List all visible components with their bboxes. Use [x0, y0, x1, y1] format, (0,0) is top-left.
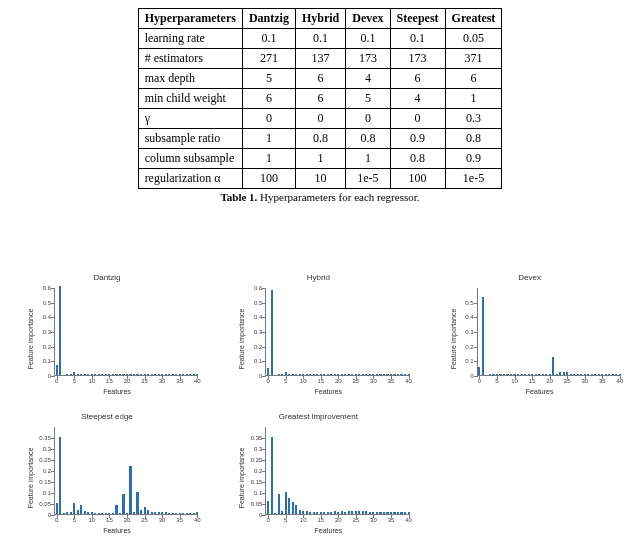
y-tick-label: 0.2 [43, 344, 55, 350]
bar [309, 374, 311, 375]
bar [161, 374, 163, 375]
col-header: Greatest [445, 9, 502, 29]
bar [521, 374, 523, 375]
x-tick-label: 20 [335, 514, 342, 523]
y-tick-label: 0.35 [251, 435, 267, 441]
bar [496, 374, 498, 375]
plot-box: Feature importance00.050.10.150.20.250.3… [32, 423, 202, 533]
bar [513, 374, 515, 375]
bar [503, 374, 505, 375]
table-cell: 0.1 [242, 29, 295, 49]
x-axis-label: Features [455, 388, 625, 395]
table-cell: regularization α [138, 169, 242, 189]
bar [101, 513, 103, 514]
x-tick-label: 35 [176, 375, 183, 384]
bar [598, 374, 600, 375]
table-cell: 173 [346, 49, 390, 69]
bar [59, 437, 61, 514]
plot-box: Feature importance00.050.10.150.20.250.3… [243, 423, 413, 533]
bar [91, 374, 93, 375]
hyperparameters-table: Hyperparameters Dantzig Hybrid Devex Ste… [138, 8, 503, 189]
caption-bold: Table 1. [220, 191, 257, 203]
plot-area: 00.10.20.30.40.50.60510152025303540 [54, 288, 198, 376]
bar [151, 512, 153, 514]
bar [299, 374, 301, 375]
y-tick-label: 0 [48, 512, 55, 518]
bar [122, 374, 124, 375]
plot-area: 00.050.10.150.20.250.30.3505101520253035… [54, 427, 198, 515]
bar [147, 510, 149, 514]
bar [274, 513, 276, 514]
bar [278, 374, 280, 375]
bar [292, 502, 294, 514]
bar [66, 512, 68, 514]
bar [348, 374, 350, 375]
bar [285, 372, 287, 375]
bar [77, 374, 79, 375]
col-header: Hyperparameters [138, 9, 242, 29]
bar [126, 513, 128, 514]
x-tick-label: 0 [266, 375, 269, 384]
col-header: Dantzig [242, 9, 295, 29]
x-tick-label: 15 [529, 375, 536, 384]
bar [70, 512, 72, 514]
bar [175, 374, 177, 375]
y-tick-label: 0 [259, 512, 266, 518]
bar [545, 374, 547, 375]
bar [320, 374, 322, 375]
bar [337, 374, 339, 375]
table-cell: 0.9 [390, 129, 445, 149]
bar [165, 374, 167, 375]
bar [105, 513, 107, 514]
bar [87, 512, 89, 514]
x-tick-label: 5 [495, 375, 498, 384]
bar [344, 512, 346, 514]
x-tick-label: 20 [335, 375, 342, 384]
bar [182, 513, 184, 514]
bar [84, 374, 86, 375]
x-tick-label: 30 [159, 514, 166, 523]
y-axis-label: Feature importance [27, 309, 34, 370]
bar [337, 512, 339, 514]
bar [94, 374, 96, 375]
bar [397, 374, 399, 375]
table-cell: 1 [295, 149, 345, 169]
bar [601, 374, 603, 375]
table-cell: 5 [242, 69, 295, 89]
table-cell: 0.9 [445, 149, 502, 169]
bar [179, 513, 181, 514]
table-cell: min child weight [138, 89, 242, 109]
bar [379, 512, 381, 514]
bar [383, 374, 385, 375]
bar [570, 374, 572, 375]
plot-box: Feature importance00.10.20.30.40.50.6051… [243, 284, 413, 394]
bar [136, 374, 138, 375]
bar [404, 512, 406, 514]
table-cell: 6 [295, 89, 345, 109]
bar [499, 374, 501, 375]
bar [136, 492, 138, 514]
bar [119, 513, 121, 514]
table-cell: 0.3 [445, 109, 502, 129]
bar [278, 494, 280, 514]
bar [285, 492, 287, 514]
bar [267, 501, 269, 514]
bar [267, 368, 269, 375]
x-tick-label: 30 [581, 375, 588, 384]
bar [594, 374, 596, 375]
table-cell: 4 [346, 69, 390, 89]
bar [316, 512, 318, 514]
bar [552, 357, 554, 375]
table-cell: 100 [242, 169, 295, 189]
plot-area: 00.10.20.30.40.50.60510152025303540 [265, 288, 409, 376]
x-tick-label: 30 [370, 375, 377, 384]
bar [193, 513, 195, 514]
bar [587, 374, 589, 375]
chart-title: Hybrid [223, 273, 413, 282]
bar [56, 503, 58, 514]
bar [302, 374, 304, 375]
bar [140, 374, 142, 375]
bar [98, 374, 100, 375]
bar [608, 374, 610, 375]
bar [619, 374, 621, 375]
